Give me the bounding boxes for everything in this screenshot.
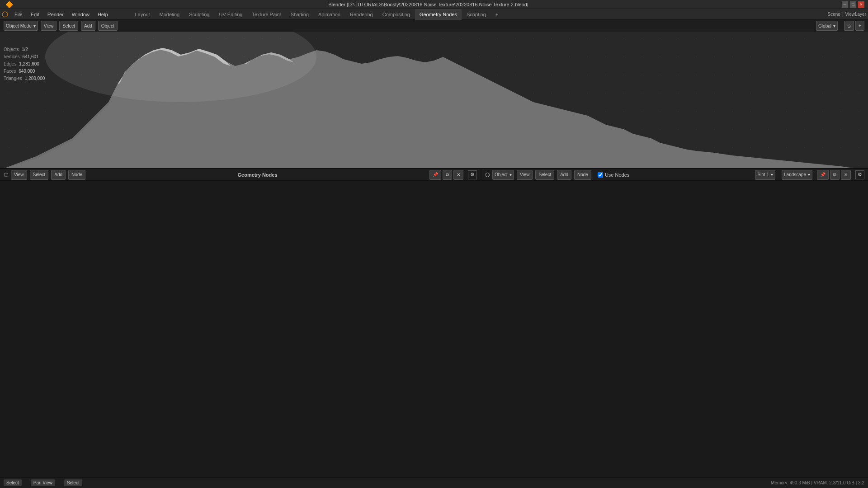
tab-add[interactable]: + xyxy=(491,9,503,20)
geo-pin-btn[interactable]: 📌 xyxy=(429,170,441,180)
geometry-node-editor: ⬡ View Select Add Node Geometry Nodes 📌 … xyxy=(0,169,481,181)
minimize-button[interactable]: ─ xyxy=(842,1,848,8)
maximize-button[interactable]: □ xyxy=(850,1,856,8)
menu-file[interactable]: File xyxy=(11,9,26,20)
menu-help[interactable]: Help xyxy=(94,9,112,20)
material-object-dropdown[interactable]: Object▾ xyxy=(492,170,514,180)
mat-node-btn[interactable]: Node xyxy=(574,170,591,180)
edges-label: Edges xyxy=(4,61,16,68)
stats-overlay: Objects 1/2 Vertices 641,601 Edges 1,281… xyxy=(4,46,45,82)
title-text: Blender [D:\TUTORIALS\Boosty\20220816 No… xyxy=(15,2,842,7)
slot-dropdown[interactable]: Slot 1▾ xyxy=(755,170,775,180)
menu-bar: ⬡ File Edit Render Window Help Layout Mo… xyxy=(0,9,868,20)
close-button[interactable]: ✕ xyxy=(858,1,864,8)
vertices-value: 641,601 xyxy=(23,53,39,61)
objects-value: 1/2 xyxy=(22,46,28,53)
tab-animation[interactable]: Animation xyxy=(314,9,345,20)
material-node-editor: ⬡ Object▾ View Select Add Node Use Nodes… xyxy=(481,169,868,181)
add-btn[interactable]: Add xyxy=(81,21,95,31)
geo-title: Geometry Nodes xyxy=(237,172,277,178)
status-bar: Select Pan View Select Memory: 490.3 MiB… xyxy=(0,477,868,488)
objects-label: Objects xyxy=(4,46,19,53)
menu-edit[interactable]: Edit xyxy=(27,9,43,20)
viewport-3d: Object Mode ▾ View Select Add Object Glo… xyxy=(0,20,868,169)
viewport-icon-2[interactable]: ⌖ xyxy=(855,21,864,31)
object-btn[interactable]: Object xyxy=(98,21,118,31)
tab-modeling[interactable]: Modeling xyxy=(155,9,184,20)
status-select-right: Select xyxy=(64,479,82,486)
mountain-terrain xyxy=(0,32,868,168)
geo-add-btn[interactable]: Add xyxy=(51,170,66,180)
mode-dropdown[interactable]: Object Mode ▾ xyxy=(4,21,38,31)
geo-copy-btn[interactable]: ⧉ xyxy=(443,170,452,180)
geo-settings-btn[interactable]: ⚙ xyxy=(468,170,477,179)
faces-value: 640,000 xyxy=(19,68,35,75)
title-bar: 🔶 Blender [D:\TUTORIALS\Boosty\20220816 … xyxy=(0,0,868,9)
transform-dropdown[interactable]: Global▾ xyxy=(816,21,838,31)
tab-geometry-nodes[interactable]: Geometry Nodes xyxy=(415,9,462,20)
tab-texture-paint[interactable]: Texture Paint xyxy=(247,9,285,20)
use-nodes-cb[interactable] xyxy=(598,172,603,178)
menu-render[interactable]: Render xyxy=(44,9,67,20)
menu-window[interactable]: Window xyxy=(68,9,93,20)
status-select-left: Select xyxy=(4,479,22,486)
tab-rendering[interactable]: Rendering xyxy=(345,9,377,20)
geo-node-btn[interactable]: Node xyxy=(68,170,85,180)
tab-scripting[interactable]: Scripting xyxy=(462,9,491,20)
viewport-icon-1[interactable]: ⊙ xyxy=(844,21,854,31)
viewport-background: Objects 1/2 Vertices 641,601 Edges 1,281… xyxy=(0,32,868,168)
status-pan: Pan View xyxy=(31,479,55,486)
tab-uv-editing[interactable]: UV Editing xyxy=(214,9,247,20)
triangles-label: Triangles xyxy=(4,75,22,82)
mat-copy-btn[interactable]: ⧉ xyxy=(830,170,840,180)
material-node-editor-header: ⬡ Object▾ View Select Add Node Use Nodes… xyxy=(481,169,868,181)
tab-sculpting[interactable]: Sculpting xyxy=(184,9,214,20)
view-btn[interactable]: View xyxy=(41,21,57,31)
mat-pin-btn[interactable]: 📌 xyxy=(817,170,829,180)
tab-layout[interactable]: Layout xyxy=(131,9,155,20)
geo-select-btn[interactable]: Select xyxy=(30,170,49,180)
faces-label: Faces xyxy=(4,68,16,75)
geometry-node-editor-header: ⬡ View Select Add Node Geometry Nodes 📌 … xyxy=(0,169,481,181)
tab-shading[interactable]: Shading xyxy=(286,9,313,20)
mat-add-btn[interactable]: Add xyxy=(557,170,571,180)
tab-compositing[interactable]: Compositing xyxy=(378,9,415,20)
mat-settings-btn[interactable]: ⚙ xyxy=(855,170,864,179)
geo-close-btn[interactable]: ✕ xyxy=(453,170,463,180)
edges-value: 1,281,600 xyxy=(19,61,39,68)
triangles-value: 1,280,000 xyxy=(25,75,45,82)
mat-view-btn[interactable]: View xyxy=(517,170,533,180)
select-btn[interactable]: Select xyxy=(59,21,78,31)
memory-info: Memory: 490.3 MiB | VRAM: 2.3/11.0 GiB |… xyxy=(771,480,864,485)
geo-view-btn[interactable]: View xyxy=(11,170,27,180)
bottom-panel: ⬡ View Select Add Node Geometry Nodes 📌 … xyxy=(0,169,868,181)
mat-select-btn[interactable]: Select xyxy=(535,170,554,180)
landscape-dropdown[interactable]: Landscape▾ xyxy=(782,170,812,180)
mat-close-btn[interactable]: ✕ xyxy=(841,170,851,180)
viewport-header: Object Mode ▾ View Select Add Object Glo… xyxy=(0,20,868,32)
vertices-label: Vertices xyxy=(4,53,20,61)
